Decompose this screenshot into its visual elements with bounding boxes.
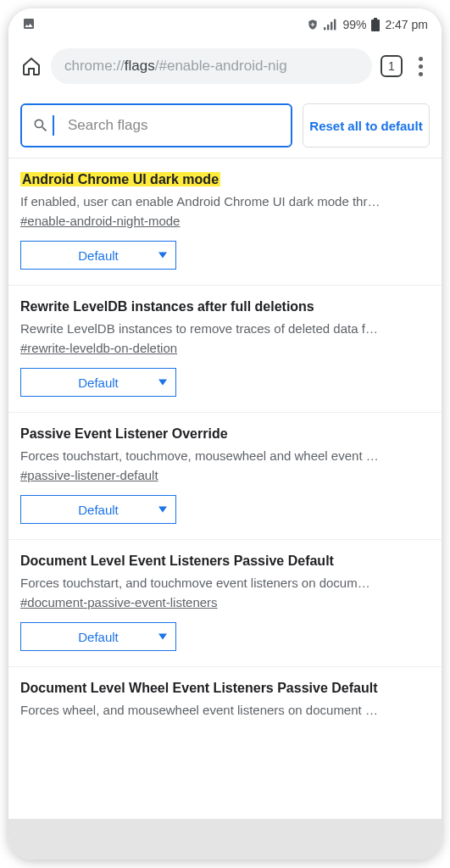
url-scheme: chrome:// [64,58,125,75]
flag-anchor-link[interactable]: #rewrite-leveldb-on-deletion [20,341,177,355]
flags-search-row: Reset all to default [8,92,442,159]
signal-icon [324,19,337,31]
svg-rect-2 [331,22,332,31]
overflow-menu[interactable] [411,57,430,76]
flag-anchor-link[interactable]: #enable-android-night-mode [20,214,180,228]
data-saver-icon [307,19,319,31]
flag-description: If enabled, user can enable Android Chro… [20,194,430,209]
flag-item: Android Chrome UI dark mode If enabled, … [8,159,442,286]
flag-title: Android Chrome UI dark mode [20,172,220,186]
flag-title: Document Level Event Listeners Passive D… [20,554,334,568]
svg-rect-4 [371,19,380,31]
flag-title: Document Level Wheel Event Listeners Pas… [20,681,377,695]
search-box[interactable] [20,103,292,147]
flag-description: Rewrite LevelDB instances to remove trac… [20,321,430,336]
flag-anchor-link[interactable]: #document-passive-event-listeners [20,595,218,609]
url-path: /#enable-android-nig [155,58,287,75]
reset-all-button[interactable]: Reset all to default [303,103,430,147]
reset-all-label: Reset all to default [309,119,422,133]
flag-title: Rewrite LevelDB instances after full del… [20,299,314,314]
flag-dropdown[interactable]: Default [20,241,176,270]
flag-dropdown-value: Default [78,248,119,263]
text-cursor [53,115,54,136]
flag-title: Passive Event Listener Override [20,426,228,441]
flag-description: Forces wheel, and mousewheel event liste… [20,703,430,717]
svg-rect-3 [334,19,336,31]
svg-rect-1 [327,25,329,30]
flag-dropdown-value: Default [78,503,119,517]
flag-dropdown[interactable]: Default [20,368,176,397]
clock-time: 2:47 pm [385,18,428,31]
svg-rect-5 [374,18,377,19]
battery-icon [371,18,380,31]
flag-item: Rewrite LevelDB instances after full del… [8,286,442,413]
flag-item: Passive Event Listener Override Forces t… [8,413,442,540]
url-host: flags [125,58,155,75]
tab-count: 1 [388,59,395,73]
device-frame: 99% 2:47 pm chrome://flags/#enable-andro… [8,8,442,860]
android-navbar [8,819,442,860]
flag-dropdown[interactable]: Default [20,495,176,524]
flag-dropdown-value: Default [78,630,119,644]
flag-description: Forces touchstart, touchmove, mousewheel… [20,448,430,463]
tab-switcher[interactable]: 1 [381,55,403,77]
android-statusbar: 99% 2:47 pm [8,8,442,41]
flag-dropdown[interactable]: Default [20,622,176,651]
image-icon [22,17,36,31]
url-bar[interactable]: chrome://flags/#enable-android-nig [51,48,372,84]
flag-dropdown-value: Default [78,376,119,390]
flag-item: Document Level Event Listeners Passive D… [8,540,442,667]
svg-rect-0 [324,27,325,30]
search-input[interactable] [68,117,281,134]
flag-description: Forces touchstart, and touchmove event l… [20,576,430,590]
flags-list[interactable]: Android Chrome UI dark mode If enabled, … [8,159,442,819]
flag-anchor-link[interactable]: #passive-listener-default [20,468,158,482]
battery-percentage: 99% [342,18,366,31]
flag-item: Document Level Wheel Event Listeners Pas… [8,667,442,732]
home-button[interactable] [20,55,42,77]
search-icon [32,117,49,134]
browser-toolbar: chrome://flags/#enable-android-nig 1 [8,41,442,92]
